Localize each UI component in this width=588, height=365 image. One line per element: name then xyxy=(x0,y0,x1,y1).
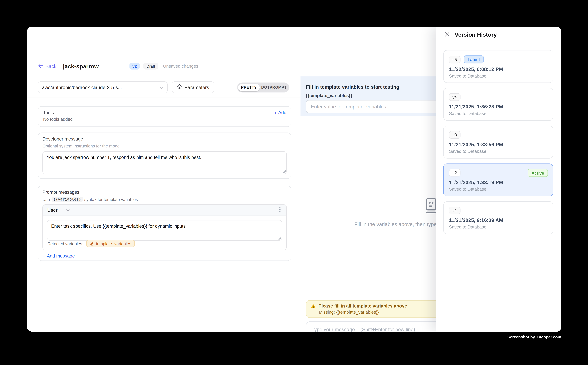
detected-variables-label: Detected variables: xyxy=(47,241,83,246)
version-saved-label: Saved to Database xyxy=(449,225,547,229)
version-card[interactable]: v3 11/21/2025, 1:33:56 PM Saved to Datab… xyxy=(443,126,553,159)
version-history-panel: Version History v5 Latest 11/22/2025, 6:… xyxy=(436,27,561,332)
add-message-button[interactable]: + Add message xyxy=(42,253,75,259)
chevron-down-icon xyxy=(159,84,163,91)
unsaved-changes-label: Unsaved changes xyxy=(163,64,198,68)
prompt-messages-title: Prompt messages xyxy=(42,190,287,195)
pencil-icon xyxy=(90,241,94,246)
detected-variables-row: Detected variables: template_variables xyxy=(47,240,135,247)
tools-empty-text: No tools added xyxy=(38,115,291,121)
version-history-title: Version History xyxy=(455,31,497,38)
version-badge: v2 xyxy=(129,63,140,70)
plus-icon: + xyxy=(42,253,45,259)
arrow-left-icon xyxy=(38,63,43,69)
close-button[interactable] xyxy=(444,32,450,37)
tools-section: Tools + Add No tools added xyxy=(38,106,291,127)
version-timestamp: 11/21/2025, 1:33:19 PM xyxy=(449,180,547,185)
version-history-header: Version History xyxy=(436,27,561,42)
version-card[interactable]: v4 11/21/2025, 1:36:28 PM Saved to Datab… xyxy=(443,88,553,121)
developer-message-title: Developer message xyxy=(42,136,287,142)
view-mode-toggle: PRETTY DOTPROMPT xyxy=(237,83,289,92)
message-header: User xyxy=(43,205,286,216)
version-timestamp: 11/21/2025, 1:36:28 PM xyxy=(449,104,547,110)
detected-variable-name: template_variables xyxy=(96,241,131,246)
developer-message-subtitle: Optional system instructions for the mod… xyxy=(42,144,287,148)
version-timestamp: 11/21/2025, 1:33:56 PM xyxy=(449,142,547,147)
hint-suffix: syntax for template variables xyxy=(84,197,138,202)
toggle-pretty[interactable]: PRETTY xyxy=(238,84,260,91)
parameters-button[interactable]: Parameters xyxy=(172,81,214,93)
parameters-label: Parameters xyxy=(184,85,209,90)
version-saved-label: Saved to Database xyxy=(449,74,547,78)
add-message-label: Add message xyxy=(47,253,75,259)
version-saved-label: Saved to Database xyxy=(449,187,547,191)
tools-title: Tools xyxy=(43,110,54,115)
version-saved-label: Saved to Database xyxy=(449,111,547,116)
back-button[interactable]: Back xyxy=(38,63,56,69)
version-number-badge: v3 xyxy=(449,131,460,139)
version-status-badge: Latest xyxy=(464,55,484,63)
version-saved-label: Saved to Database xyxy=(449,149,547,154)
toggle-dotprompt[interactable]: DOTPROMPT xyxy=(260,84,288,91)
version-number-badge: v2 xyxy=(449,169,460,177)
drag-handle-icon[interactable] xyxy=(278,207,282,213)
user-message-textarea[interactable]: Enter task specifics. Use {{template_var… xyxy=(47,220,282,241)
draft-badge: Draft xyxy=(143,63,158,70)
role-value: User xyxy=(47,207,57,213)
hint-prefix: Use xyxy=(42,197,50,202)
version-card[interactable]: v5 Latest 11/22/2025, 6:08:12 PM Saved t… xyxy=(443,50,553,83)
warning-icon xyxy=(311,303,316,309)
plus-icon: + xyxy=(274,110,277,115)
model-selector[interactable]: aws/anthropic/bedrock-claude-3-5-s... xyxy=(38,81,168,93)
variable-syntax-hint: Use {{variable}} syntax for template var… xyxy=(42,197,287,202)
version-number-badge: v5 xyxy=(449,56,460,63)
version-card[interactable]: v2 Active 11/21/2025, 1:33:19 PM Saved t… xyxy=(443,163,553,197)
gear-icon xyxy=(177,84,182,91)
version-list: v5 Latest 11/22/2025, 6:08:12 PM Saved t… xyxy=(443,50,553,239)
variable-code-chip: {{variable}} xyxy=(51,197,83,202)
screenshot-stage: Back jack-sparrow v2 Draft Unsaved chang… xyxy=(0,0,588,365)
add-tool-label: Add xyxy=(278,110,286,115)
version-card[interactable]: v1 11/21/2025, 9:16:39 AM Saved to Datab… xyxy=(443,201,553,234)
detected-variable-chip[interactable]: template_variables xyxy=(86,240,135,247)
version-timestamp: 11/22/2025, 6:08:12 PM xyxy=(449,67,547,72)
back-label: Back xyxy=(45,63,56,69)
warning-title: Please fill in all template variables ab… xyxy=(318,303,407,309)
version-timestamp: 11/21/2025, 9:16:39 AM xyxy=(449,218,547,223)
role-selector[interactable]: User xyxy=(47,207,70,213)
prompt-messages-section: Prompt messages Use {{variable}} syntax … xyxy=(38,186,291,261)
chevron-down-icon xyxy=(66,209,70,211)
divider xyxy=(27,97,300,98)
app-window: Back jack-sparrow v2 Draft Unsaved chang… xyxy=(27,27,561,332)
prompt-editor-pane: Back jack-sparrow v2 Draft Unsaved chang… xyxy=(27,42,300,332)
page-title: jack-sparrow xyxy=(63,63,99,69)
breadcrumb: Back jack-sparrow v2 Draft Unsaved chang… xyxy=(38,62,198,70)
version-status-badge: Active xyxy=(528,169,548,177)
version-number-badge: v1 xyxy=(449,207,460,214)
watermark-text: Screenshot by Xnapper.com xyxy=(0,335,561,339)
add-tool-button[interactable]: + Add xyxy=(274,110,286,115)
developer-message-section: Developer message Optional system instru… xyxy=(38,133,291,179)
model-selector-value: aws/anthropic/bedrock-claude-3-5-s... xyxy=(42,85,159,90)
message-block: User Enter task specifics. Use xyxy=(42,204,287,250)
developer-message-textarea[interactable]: You are jack sparrow number 1, respond a… xyxy=(42,151,287,174)
close-icon xyxy=(444,32,450,37)
version-number-badge: v4 xyxy=(449,93,460,101)
